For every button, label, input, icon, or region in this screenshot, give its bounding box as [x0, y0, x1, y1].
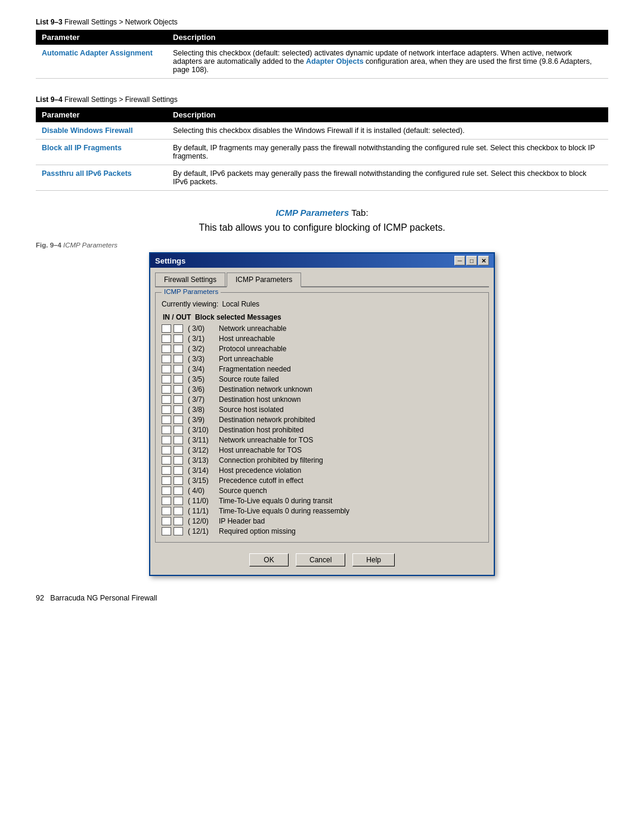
table-row: Passthru all IPv6 Packets By default, IP…	[36, 165, 608, 191]
checkbox-out-11[interactable]	[174, 436, 183, 444]
icmp-row: ( 3/6) Destination network unknown	[162, 385, 482, 394]
settings-dialog: Settings ─ □ ✕ Firewall Settings ICMP Pa…	[149, 252, 495, 576]
checkbox-out-16[interactable]	[174, 487, 183, 495]
icmp-row: ( 3/1) Host unreachable	[162, 334, 482, 343]
checkbox-out-4[interactable]	[174, 365, 183, 373]
param-desc-block-ip-frags: By default, IP fragments may generally p…	[167, 140, 608, 165]
param-link-auto-adapter[interactable]: Automatic Adapter Assignment	[42, 49, 153, 57]
checkbox-in-5[interactable]	[162, 375, 171, 383]
checkbox-out-0[interactable]	[174, 324, 183, 333]
checkbox-out-13[interactable]	[174, 456, 183, 465]
col-block-header: Block selected Messages	[195, 313, 281, 321]
checkbox-in-15[interactable]	[162, 476, 171, 485]
checkbox-in-13[interactable]	[162, 456, 171, 465]
list93-table: Parameter Description Automatic Adapter …	[36, 30, 608, 79]
param-link-passthru-ipv6[interactable]: Passthru all IPv6 Packets	[42, 169, 132, 178]
dialog-body: Firewall Settings ICMP Parameters ICMP P…	[150, 268, 494, 575]
checkbox-in-1[interactable]	[162, 335, 171, 343]
icmp-column-headers: IN / OUT Block selected Messages	[162, 313, 482, 321]
cancel-button[interactable]: Cancel	[296, 553, 345, 566]
tab-bar: Firewall Settings ICMP Parameters	[155, 272, 489, 287]
checkbox-out-3[interactable]	[174, 355, 183, 363]
tab-name-label: ICMP Parameters	[275, 208, 349, 218]
checkbox-out-2[interactable]	[174, 345, 183, 353]
checkbox-out-18[interactable]	[174, 507, 183, 515]
close-button[interactable]: ✕	[478, 256, 489, 265]
checkbox-in-12[interactable]	[162, 446, 171, 454]
param-desc-disable-firewall: Selecting this checkbox disables the Win…	[167, 122, 608, 140]
checkbox-out-5[interactable]	[174, 375, 183, 383]
col-header-description: Description	[167, 30, 608, 45]
col-header-description2: Description	[167, 107, 608, 122]
currently-viewing-row: Currently viewing: Local Rules	[162, 300, 482, 308]
group-box-legend: ICMP Parameters	[162, 288, 221, 295]
checkbox-out-1[interactable]	[174, 335, 183, 343]
checkbox-in-14[interactable]	[162, 466, 171, 475]
dialog-footer: OK Cancel Help	[155, 549, 489, 570]
param-desc-passthru-ipv6: By default, IPv6 packets may generally p…	[167, 165, 608, 191]
tab-firewall-settings[interactable]: Firewall Settings	[155, 272, 225, 286]
checkbox-in-9[interactable]	[162, 416, 171, 424]
page-footer: 92 Barracuda NG Personal Firewall	[36, 594, 608, 602]
icmp-row: ( 3/10) Destination host prohibited	[162, 425, 482, 435]
checkbox-in-4[interactable]	[162, 365, 171, 373]
checkbox-in-6[interactable]	[162, 385, 171, 394]
section-description: This tab allows you to configure blockin…	[36, 222, 608, 233]
product-name: Barracuda NG Personal Firewall	[50, 594, 157, 602]
checkbox-in-3[interactable]	[162, 355, 171, 363]
param-link-block-ip-frags[interactable]: Block all IP Fragments	[42, 144, 122, 152]
checkbox-out-12[interactable]	[174, 446, 183, 454]
param-desc-auto-adapter: Selecting this checkbox (default: select…	[167, 45, 608, 79]
icmp-row: ( 11/0) Time-To-Live equals 0 during tra…	[162, 496, 482, 506]
icmp-row: ( 12/0) IP Header bad	[162, 516, 482, 526]
checkbox-out-20[interactable]	[174, 527, 183, 535]
icmp-row: ( 3/0) Network unreachable	[162, 324, 482, 333]
checkbox-out-15[interactable]	[174, 476, 183, 485]
checkbox-in-18[interactable]	[162, 507, 171, 515]
checkbox-out-6[interactable]	[174, 385, 183, 394]
section-heading: ICMP Parameters Tab:	[36, 208, 608, 218]
checkbox-in-7[interactable]	[162, 395, 171, 404]
col-in-out-header: IN / OUT	[163, 313, 195, 321]
icmp-row: ( 3/13) Connection prohibited by filteri…	[162, 456, 482, 465]
adapter-objects-link[interactable]: Adapter Objects	[306, 57, 364, 66]
dialog-title: Settings	[155, 256, 185, 265]
icmp-row: ( 3/12) Host unreachable for TOS	[162, 445, 482, 455]
checkbox-in-10[interactable]	[162, 426, 171, 434]
ok-button[interactable]: OK	[249, 553, 289, 566]
table-row: Automatic Adapter Assignment Selecting t…	[36, 45, 608, 79]
checkbox-in-16[interactable]	[162, 487, 171, 495]
list94-caption: List 9–4 Firewall Settings > Firewall Se…	[36, 95, 608, 104]
checkbox-in-20[interactable]	[162, 527, 171, 535]
checkbox-in-2[interactable]	[162, 345, 171, 353]
icmp-list: ( 3/0) Network unreachable ( 3/1) Host u…	[162, 324, 482, 536]
checkbox-in-0[interactable]	[162, 324, 171, 333]
checkbox-in-17[interactable]	[162, 497, 171, 505]
icmp-row: ( 3/14) Host precedence violation	[162, 466, 482, 475]
page-number: 92	[36, 594, 44, 602]
param-link-disable-firewall[interactable]: Disable Windows Firewall	[42, 126, 133, 135]
checkbox-out-10[interactable]	[174, 426, 183, 434]
minimize-button[interactable]: ─	[454, 256, 465, 265]
currently-viewing-value: Local Rules	[222, 300, 259, 308]
checkbox-in-11[interactable]	[162, 436, 171, 444]
checkbox-in-19[interactable]	[162, 517, 171, 525]
checkbox-in-8[interactable]	[162, 405, 171, 414]
checkbox-out-8[interactable]	[174, 405, 183, 414]
maximize-button[interactable]: □	[466, 256, 477, 265]
icmp-row: ( 11/1) Time-To-Live equals 0 during rea…	[162, 506, 482, 516]
icmp-row: ( 3/9) Destination network prohibited	[162, 415, 482, 425]
titlebar-buttons: ─ □ ✕	[454, 256, 489, 265]
checkbox-out-19[interactable]	[174, 517, 183, 525]
checkbox-out-14[interactable]	[174, 466, 183, 475]
icmp-row: ( 4/0) Source quench	[162, 486, 482, 496]
dialog-titlebar: Settings ─ □ ✕	[150, 253, 494, 268]
help-button[interactable]: Help	[352, 553, 395, 566]
table-row: Disable Windows Firewall Selecting this …	[36, 122, 608, 140]
checkbox-out-17[interactable]	[174, 497, 183, 505]
currently-viewing-label: Currently viewing:	[162, 300, 218, 308]
tab-icmp-parameters[interactable]: ICMP Parameters	[227, 272, 301, 287]
checkbox-out-7[interactable]	[174, 395, 183, 404]
icmp-row: ( 3/3) Port unreachable	[162, 354, 482, 364]
checkbox-out-9[interactable]	[174, 416, 183, 424]
